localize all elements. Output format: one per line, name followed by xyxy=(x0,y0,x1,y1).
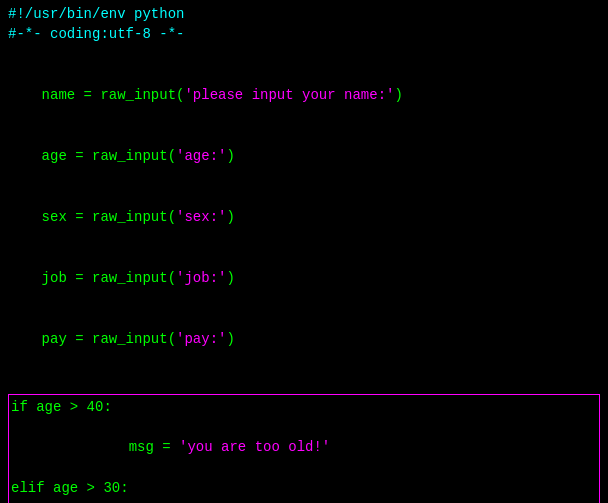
coding-line: #-*- coding:utf-8 -*- xyxy=(8,24,600,44)
if-line: if age > 40: xyxy=(9,397,599,417)
job-assignment: job = raw_input('job:') xyxy=(8,248,600,309)
pay-assignment: pay = raw_input('pay:') xyxy=(8,308,600,369)
blank-line-1 xyxy=(8,45,600,65)
close-paren-name: ) xyxy=(394,87,402,103)
if-body: msg = 'you are too old!' xyxy=(9,417,599,478)
close-paren-pay: ) xyxy=(226,331,234,347)
str-name-prompt: 'please input your name:' xyxy=(184,87,394,103)
var-sex: sex = raw_input( xyxy=(42,209,176,225)
name-assignment: name = raw_input('please input your name… xyxy=(8,65,600,126)
shebang-line: #!/usr/bin/env python xyxy=(8,4,600,24)
str-age-prompt: 'age:' xyxy=(176,148,226,164)
str-sex-prompt: 'sex:' xyxy=(176,209,226,225)
elif-line: elif age > 30: xyxy=(9,478,599,498)
str-pay-prompt: 'pay:' xyxy=(176,331,226,347)
str-job-prompt: 'job:' xyxy=(176,270,226,286)
var-pay: pay = raw_input( xyxy=(42,331,176,347)
close-paren-sex: ) xyxy=(226,209,234,225)
sex-assignment: sex = raw_input('sex:') xyxy=(8,187,600,248)
if-body-prefix: msg = xyxy=(61,439,179,455)
age-assignment: age = raw_input('age:') xyxy=(8,126,600,187)
var-name: name = raw_input( xyxy=(42,87,185,103)
close-paren-job: ) xyxy=(226,270,234,286)
code-editor: #!/usr/bin/env python #-*- coding:utf-8 … xyxy=(0,0,608,503)
close-paren-age: ) xyxy=(226,148,234,164)
elif-body: msg = 'There are some old a little, can … xyxy=(9,498,599,503)
var-job: job = raw_input( xyxy=(42,270,176,286)
if-block: if age > 40: msg = 'you are too old!' el… xyxy=(8,394,600,503)
var-age: age = raw_input( xyxy=(42,148,176,164)
blank-line-2 xyxy=(8,369,600,389)
str-too-old: 'you are too old!' xyxy=(179,439,330,455)
